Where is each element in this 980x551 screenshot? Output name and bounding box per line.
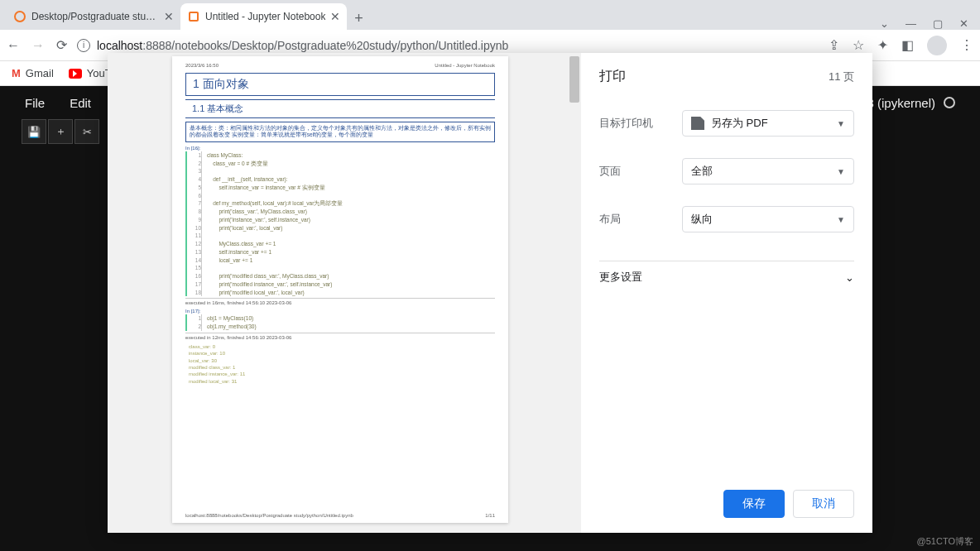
- chevron-down-icon: ▼: [837, 167, 845, 176]
- pages-label: 页面: [599, 164, 682, 179]
- menu-edit[interactable]: Edit: [70, 96, 91, 110]
- preview-timestamp: 2023/3/6 16:50: [185, 63, 219, 68]
- sidepanel-icon[interactable]: ◧: [901, 37, 914, 53]
- dest-label: 目标打印机: [599, 116, 682, 131]
- jupyter-favicon: [13, 10, 26, 23]
- maximize-icon[interactable]: ▢: [933, 17, 943, 30]
- bookmark-youtube[interactable]: YouT: [69, 67, 112, 79]
- preview-h1: 1 面向对象: [185, 73, 495, 96]
- watermark: @51CTO博客: [917, 535, 973, 548]
- browser-tab-0[interactable]: Desktop/Postgraduate study/p ✕: [7, 3, 180, 30]
- close-icon[interactable]: ✕: [164, 10, 174, 23]
- preview-doctitle: Untitled - Jupyter Notebook: [435, 63, 495, 68]
- close-icon[interactable]: ✕: [330, 10, 340, 23]
- print-dialog: 2023/3/6 16:50 Untitled - Jupyter Notebo…: [108, 53, 872, 533]
- minimize-icon[interactable]: —: [906, 17, 916, 30]
- dropdown-icon[interactable]: ⌄: [880, 17, 889, 30]
- back-icon[interactable]: ←: [7, 38, 20, 53]
- add-cell-button[interactable]: ＋: [48, 119, 73, 144]
- destination-select[interactable]: 另存为 PDF ▼: [682, 110, 854, 137]
- print-title: 打印: [599, 68, 626, 85]
- footer-page: 1/11: [485, 513, 495, 518]
- chevron-down-icon: ▼: [837, 215, 845, 224]
- chevron-down-icon: ⌄: [845, 271, 854, 284]
- save-button[interactable]: 保存: [723, 490, 785, 518]
- save-button[interactable]: 💾: [22, 119, 46, 144]
- bookmark-star-icon[interactable]: ☆: [853, 37, 864, 53]
- preview-page: 2023/3/6 16:50 Untitled - Jupyter Notebo…: [172, 56, 508, 523]
- site-info-icon[interactable]: i: [77, 39, 90, 52]
- svg-point-0: [15, 12, 25, 22]
- chevron-down-icon: ▼: [837, 119, 845, 128]
- cancel-button[interactable]: 取消: [793, 490, 854, 518]
- layout-label: 布局: [599, 212, 682, 227]
- jupyter-toolbar: 💾 ＋ ✂: [22, 119, 99, 144]
- forward-icon[interactable]: →: [31, 38, 45, 53]
- preview-desc: 基本概念：类：相同属性和方法的对象的集合，定义每个对象共有的属性和方法，对象是类…: [185, 122, 495, 142]
- browser-tabstrip: Desktop/Postgraduate study/p ✕ Untitled …: [0, 0, 980, 30]
- menu-file[interactable]: File: [25, 96, 45, 110]
- footer-url: localhost:8888/notebooks/Desktop/Postgra…: [185, 513, 353, 518]
- reload-icon[interactable]: ⟳: [56, 37, 67, 53]
- extensions-icon[interactable]: ✦: [877, 37, 888, 53]
- share-icon[interactable]: ⇪: [829, 37, 839, 53]
- code-block-1: 1class MyClass:2 class_var = 0 # 类变量34 d…: [185, 151, 495, 297]
- pages-select[interactable]: 全部 ▼: [682, 158, 854, 184]
- cell-marker: In [16]:: [185, 146, 495, 151]
- jupyter-favicon: [187, 10, 200, 23]
- url-path: :8888/notebooks/Desktop/Postgraduate%20s…: [142, 39, 508, 52]
- menu-icon[interactable]: ⋮: [960, 37, 973, 53]
- browser-tab-1[interactable]: Untitled - Jupyter Notebook ✕: [180, 3, 347, 30]
- page-count: 11 页: [829, 69, 854, 84]
- url-field[interactable]: i localhost:8888/notebooks/Desktop/Postg…: [77, 39, 819, 52]
- tab-title: Untitled - Jupyter Notebook: [205, 11, 325, 22]
- pdf-icon: [691, 117, 704, 130]
- print-preview[interactable]: 2023/3/6 16:50 Untitled - Jupyter Notebo…: [108, 53, 581, 533]
- scrollbar-thumb[interactable]: [569, 56, 579, 103]
- preview-h2: 1.1 基本概念: [185, 99, 495, 118]
- cut-button[interactable]: ✂: [74, 119, 99, 144]
- kernel-status-icon: [944, 97, 955, 108]
- tab-title: Desktop/Postgraduate study/p: [31, 11, 159, 22]
- exec-info: executed in 12ms, finished 14:56:10 2023…: [185, 333, 495, 340]
- profile-avatar[interactable]: [927, 36, 947, 55]
- close-window-icon[interactable]: ✕: [959, 17, 968, 30]
- gmail-icon: M: [12, 67, 21, 79]
- window-controls: ⌄ — ▢ ✕: [880, 17, 980, 30]
- cell-marker: In [17]:: [185, 309, 495, 314]
- youtube-icon: [69, 69, 82, 79]
- exec-info: executed in 16ms, finished 14:56:10 2023…: [185, 298, 495, 305]
- svg-rect-2: [190, 13, 197, 20]
- code-block-2: 1obj1 = MyClass(10)2obj1.my_method(30): [185, 314, 495, 331]
- bookmark-gmail[interactable]: M Gmail: [12, 67, 54, 79]
- new-tab-button[interactable]: +: [347, 7, 370, 30]
- kernel-name[interactable]: 3 (ipykernel): [867, 96, 935, 110]
- layout-select[interactable]: 纵向 ▼: [682, 206, 854, 232]
- preview-scrollbar[interactable]: [568, 53, 581, 533]
- url-host: localhost: [97, 39, 142, 52]
- more-settings-toggle[interactable]: 更多设置 ⌄: [599, 261, 854, 293]
- print-settings: 打印 11 页 目标打印机 另存为 PDF ▼ 页面 全部 ▼ 布局 纵向 ▼: [581, 53, 872, 533]
- output-block: class_var: 0instance_var: 10local_var: 3…: [185, 343, 495, 385]
